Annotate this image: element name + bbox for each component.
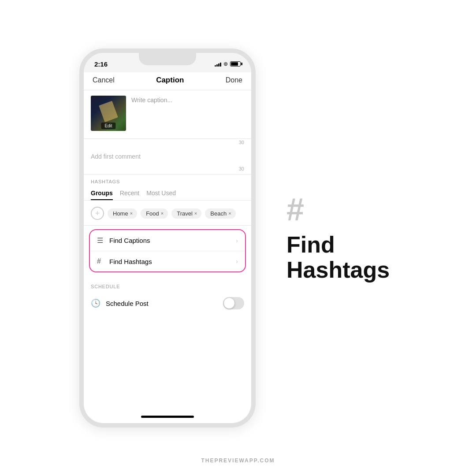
chip-travel[interactable]: Travel × [171,208,201,219]
hashtags-chevron-icon: › [236,258,238,265]
phone-mockup: 2:16 ⊛ Cancel Caption Done [79,48,256,428]
hashtags-section: HASHTAGS Groups Recent Most Used + Home … [84,175,251,226]
battery-icon [230,61,241,67]
hashtags-label: HASHTAGS [84,175,251,187]
hashtag-groups: + Home × Food × Travel × Beach [84,205,251,225]
chip-home[interactable]: Home × [108,208,137,219]
signal-bar-1 [215,65,216,67]
chip-beach[interactable]: Beach × [205,208,235,219]
hashtag-tabs: Groups Recent Most Used [84,187,251,201]
comment-char-count: 30 [84,165,251,174]
nav-header: Cancel Caption Done [84,72,251,90]
tab-groups[interactable]: Groups [91,187,113,200]
captions-icon: ☰ [97,236,109,245]
find-heading-line1: Find [286,232,390,257]
battery-fill [231,62,238,66]
page: 2:16 ⊛ Cancel Caption Done [0,0,476,476]
schedule-label: SCHEDULE [84,279,251,292]
toggle-knob [224,298,234,309]
chip-beach-close[interactable]: × [228,211,231,216]
cancel-button[interactable]: Cancel [93,76,115,84]
footer-text: THEPREVIEWAPP.COM [201,457,275,464]
caption-section: Edit Write caption... [84,90,251,139]
schedule-left: 🕓 Schedule Post [91,298,149,308]
find-hashtags-item[interactable]: # Find Hashtags › [90,251,245,271]
find-heading-line2: Hashtags [286,257,390,283]
home-indicator [141,416,194,418]
signal-bar-2 [216,64,218,67]
find-captions-item[interactable]: ☰ Find Captions › [90,230,245,251]
done-button[interactable]: Done [226,76,242,84]
captions-chevron-icon: › [236,237,238,244]
chip-home-close[interactable]: × [130,211,133,216]
chip-travel-close[interactable]: × [194,211,197,216]
screen: Cancel Caption Done Edit Write caption..… [84,72,251,423]
signal-bar-4 [220,63,221,67]
chip-food-close[interactable]: × [161,211,164,216]
edit-badge[interactable]: Edit [101,123,115,129]
tab-most-used[interactable]: Most Used [146,187,176,200]
caption-input[interactable]: Write caption... [131,96,244,133]
schedule-post-label: Schedule Post [106,300,149,307]
status-time: 2:16 [94,60,108,68]
schedule-section: SCHEDULE 🕓 Schedule Post [84,276,251,316]
schedule-row: 🕓 Schedule Post [84,292,251,315]
signal-icon [215,61,221,67]
hashtags-icon: # [97,257,109,265]
chip-travel-label: Travel [177,210,193,217]
wifi-icon: ⊛ [223,61,228,67]
find-hashtags-label: Find Hashtags [109,258,236,265]
comment-input[interactable]: Add first comment [84,148,251,165]
schedule-toggle[interactable] [223,297,244,309]
tab-recent[interactable]: Recent [120,187,139,200]
find-heading: Find Hashtags [286,232,390,283]
status-icons: ⊛ [215,61,241,67]
add-group-button[interactable]: + [91,207,104,220]
signal-bar-3 [218,63,219,67]
phone-notch [139,53,196,65]
caption-char-count: 30 [84,139,251,148]
right-panel: # Find Hashtags [273,185,397,291]
chip-food-label: Food [146,210,159,217]
hashtag-symbol: # [286,193,304,225]
chip-food[interactable]: Food × [141,208,168,219]
clock-icon: 🕓 [91,298,100,308]
chip-beach-label: Beach [210,210,227,217]
chip-home-label: Home [113,210,128,217]
nav-title: Caption [156,76,184,85]
post-thumbnail[interactable]: Edit [91,96,126,131]
find-captions-label: Find Captions [109,237,236,244]
comment-section: Add first comment 30 [84,148,251,175]
find-section: ☰ Find Captions › # Find Hashtags › [89,229,246,272]
